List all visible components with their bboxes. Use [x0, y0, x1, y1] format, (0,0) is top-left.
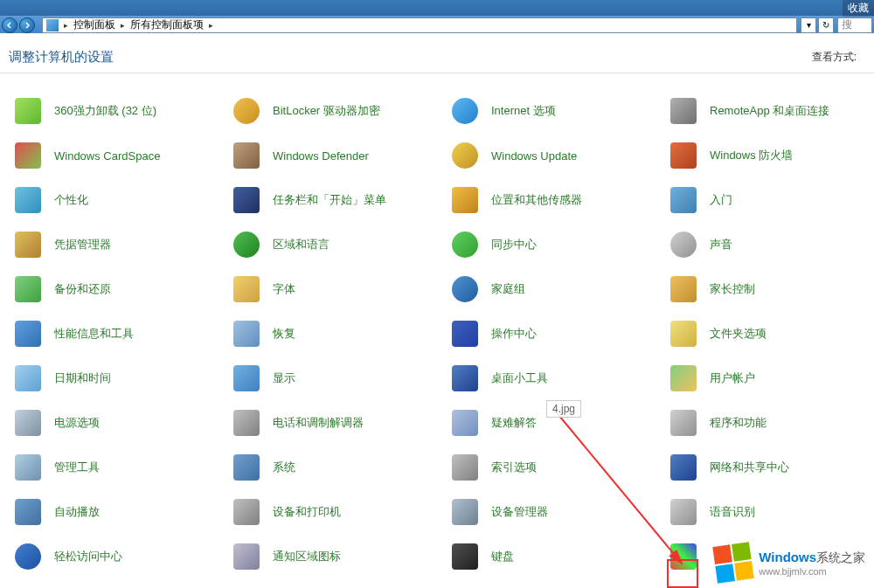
item-taskbar-icon	[231, 184, 262, 216]
breadcrumb-all-items[interactable]: 所有控制面板项	[127, 17, 207, 32]
watermark-url: www.bjjmlv.com	[759, 566, 865, 577]
forward-button[interactable]	[19, 17, 35, 33]
item-devices-printers[interactable]: 设备和打印机	[227, 496, 446, 528]
item-indexing-label: 索引选项	[491, 460, 537, 475]
item-phone-modem-icon	[231, 407, 262, 439]
item-performance[interactable]: 性能信息和工具	[9, 318, 227, 349]
breadcrumb-control-panel[interactable]: 控制面板	[70, 17, 119, 32]
item-homegroup-label: 家庭组	[491, 281, 525, 297]
item-device-manager[interactable]: 设备管理器	[446, 496, 664, 528]
item-recovery[interactable]: 恢复	[227, 318, 446, 349]
item-getting-started-icon	[668, 184, 699, 216]
breadcrumb-arrow-icon[interactable]: ▸	[62, 21, 70, 30]
item-display-icon	[231, 363, 262, 394]
item-date-time[interactable]: 日期和时间	[9, 363, 227, 394]
item-autoplay[interactable]: 自动播放	[9, 496, 227, 528]
item-device-manager-icon	[449, 496, 481, 528]
item-notification-icons-label: 通知区域图标	[273, 549, 341, 564]
item-user-accounts[interactable]: 用户帐户	[664, 363, 874, 394]
breadcrumb-arrow-icon[interactable]: ▸	[207, 21, 215, 30]
item-folder-options[interactable]: 文件夹选项	[664, 318, 874, 349]
item-ease-of-access[interactable]: 轻松访问中心	[9, 541, 227, 572]
back-button[interactable]	[2, 17, 17, 33]
item-keyboard[interactable]: 键盘	[446, 541, 664, 572]
item-homegroup[interactable]: 家庭组	[446, 273, 664, 305]
item-taskbar[interactable]: 任务栏和「开始」菜单	[227, 184, 446, 216]
item-admin-tools[interactable]: 管理工具	[9, 452, 227, 483]
search-input[interactable]: 搜	[837, 17, 872, 33]
item-gadgets[interactable]: 桌面小工具	[446, 363, 664, 394]
address-bar: ▸ 控制面板 ▸ 所有控制面板项 ▸ ▾ ↻ 搜	[0, 16, 874, 33]
item-360-uninstall-label: 360强力卸载 (32 位)	[54, 103, 156, 119]
item-defender[interactable]: Windows Defender	[227, 140, 446, 171]
item-recovery-icon	[231, 318, 262, 349]
item-gadgets-icon	[449, 363, 481, 394]
item-windows-update[interactable]: Windows Update	[446, 140, 664, 171]
item-parental-controls-icon	[668, 273, 699, 305]
favorites-button[interactable]: 收藏	[843, 0, 874, 17]
item-getting-started[interactable]: 入门	[664, 184, 874, 216]
item-bitlocker-icon	[231, 95, 262, 127]
item-indexing[interactable]: 索引选项	[446, 452, 664, 483]
item-system[interactable]: 系统	[227, 452, 446, 483]
item-ease-of-access-icon	[12, 541, 44, 572]
breadcrumb-arrow-icon[interactable]: ▸	[119, 21, 127, 30]
item-speech-label: 语音识别	[710, 504, 755, 520]
item-power-options-label: 电源选项	[54, 415, 100, 431]
item-performance-label: 性能信息和工具	[54, 326, 134, 342]
item-power-options[interactable]: 电源选项	[9, 407, 227, 439]
item-phone-modem-label: 电话和调制解调器	[273, 415, 364, 431]
item-user-accounts-icon	[668, 363, 699, 394]
item-backup-restore-label: 备份和还原	[54, 281, 111, 297]
annotation-tooltip: 4.jpg	[546, 400, 581, 418]
item-autoplay-label: 自动播放	[54, 504, 100, 520]
item-parental-controls-label: 家长控制	[710, 281, 755, 297]
address-dropdown-button[interactable]: ▾	[801, 17, 816, 33]
control-panel-items-grid: 360强力卸载 (32 位)BitLocker 驱动器加密Internet 选项…	[0, 73, 874, 581]
item-cardspace[interactable]: Windows CardSpace	[9, 140, 227, 171]
view-mode-label[interactable]: 查看方式:	[812, 50, 857, 65]
watermark: Windows系统之家 www.bjjmlv.com	[715, 544, 865, 581]
item-phone-modem[interactable]: 电话和调制解调器	[227, 407, 446, 439]
item-sound-label: 声音	[710, 237, 732, 252]
breadcrumb-bar[interactable]: ▸ 控制面板 ▸ 所有控制面板项 ▸	[42, 17, 797, 33]
item-action-center-label: 操作中心	[491, 326, 537, 342]
item-network-sharing[interactable]: 网络和共享中心	[664, 452, 874, 483]
item-sound[interactable]: 声音	[664, 229, 874, 260]
content-header: 调整计算机的设置 查看方式:	[0, 33, 874, 73]
item-fonts-label: 字体	[273, 281, 295, 297]
watermark-brand: Windows	[759, 550, 816, 564]
item-region-language[interactable]: 区域和语言	[227, 229, 446, 260]
windows-logo-icon	[713, 542, 754, 583]
item-display[interactable]: 显示	[227, 363, 446, 394]
item-remoteapp[interactable]: RemoteApp 和桌面连接	[664, 95, 874, 127]
item-personalization-label: 个性化	[54, 192, 88, 208]
item-parental-controls[interactable]: 家长控制	[664, 273, 874, 305]
item-speech[interactable]: 语音识别	[664, 496, 874, 528]
item-360-uninstall[interactable]: 360强力卸载 (32 位)	[9, 95, 227, 127]
item-credential-manager[interactable]: 凭据管理器	[9, 229, 227, 260]
item-ease-of-access-label: 轻松访问中心	[54, 549, 122, 564]
item-backup-restore[interactable]: 备份和还原	[9, 273, 227, 305]
item-homegroup-icon	[449, 273, 481, 305]
item-action-center[interactable]: 操作中心	[446, 318, 664, 349]
refresh-button[interactable]: ↻	[818, 17, 834, 33]
item-cardspace-label: Windows CardSpace	[54, 149, 160, 163]
item-firewall[interactable]: Windows 防火墙	[664, 140, 874, 171]
item-personalization[interactable]: 个性化	[9, 184, 227, 216]
item-bitlocker[interactable]: BitLocker 驱动器加密	[227, 95, 446, 127]
item-admin-tools-label: 管理工具	[54, 460, 100, 475]
item-location-sensors[interactable]: 位置和其他传感器	[446, 184, 664, 216]
item-notification-icons[interactable]: 通知区域图标	[227, 541, 446, 572]
item-network-sharing-icon	[668, 452, 699, 483]
item-defender-icon	[231, 140, 262, 171]
item-sync-center[interactable]: 同步中心	[446, 229, 664, 260]
item-device-manager-label: 设备管理器	[491, 504, 548, 520]
item-programs-features[interactable]: 程序和功能	[664, 407, 874, 439]
item-fonts[interactable]: 字体	[227, 273, 446, 305]
item-internet-options[interactable]: Internet 选项	[446, 95, 664, 127]
item-bitlocker-label: BitLocker 驱动器加密	[273, 103, 380, 119]
item-keyboard-icon	[449, 541, 481, 572]
item-user-accounts-label: 用户帐户	[710, 370, 755, 386]
watermark-suffix: 系统之家	[816, 550, 865, 564]
